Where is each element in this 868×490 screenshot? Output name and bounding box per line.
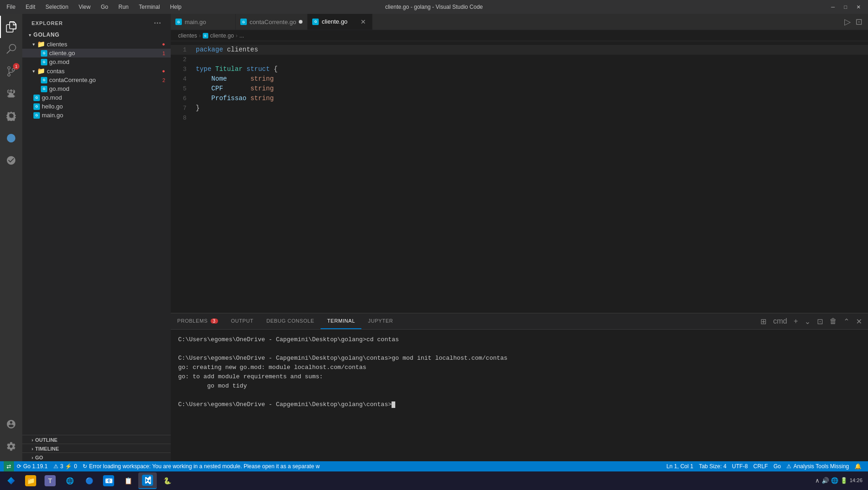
status-workspace-error[interactable]: ↻ Error loading workspace: You are worki… [80,461,322,471]
folder-clientes[interactable]: ▾ 📁 clientes ● [22,39,171,49]
svg-point-0 [7,134,15,142]
status-go-version[interactable]: ⟳ Go 1.19.1 [14,461,51,471]
taskbar-explorer[interactable]: 📁 [21,472,40,489]
systray[interactable]: ∧ 🔊 🌐 🔋 [815,477,848,484]
tab-debug-console[interactable]: DEBUG CONSOLE [260,313,321,329]
trash-icon[interactable]: 🗑 [827,316,839,327]
taskbar-chrome[interactable]: 🔵 [80,472,98,489]
file-contaCorrente.go[interactable]: G contaCorrente.go 2 [22,76,171,84]
sidebar-actions[interactable]: ⋯ [154,19,161,27]
minimize-button[interactable]: ─ [829,3,838,11]
tab-output[interactable]: OUTPUT [225,313,260,329]
activity-extensions[interactable] [0,105,22,127]
folder-contas-error: ● [162,68,165,74]
status-encoding[interactable]: UTF-8 [729,461,751,471]
run-icon[interactable]: ▷ [842,16,853,28]
taskbar-clock[interactable]: 14:26 [849,477,862,484]
start-button[interactable] [2,472,20,489]
activity-explorer[interactable] [0,16,22,38]
warning-count: 0 [74,463,77,470]
status-eol[interactable]: CRLF [751,461,771,471]
file-go.mod-clientes[interactable]: G go.mod [22,57,171,66]
status-analysis[interactable]: ⚠ Analysis Tools Missing [784,461,852,471]
breadcrumb: clientes › G cliente.go › ... [171,30,868,41]
tab-contaCorrente-label: contaCorrente.go [250,19,296,25]
menu-go[interactable]: Go [99,3,110,11]
maximize-panel-icon[interactable]: ⌃ [841,316,852,327]
menu-bar[interactable]: File Edit Selection View Go Run Terminal… [5,3,183,11]
terminal-actions[interactable]: ⊞ cmd + ⌄ ⊡ 🗑 ⌃ ✕ [758,313,868,329]
window-controls[interactable]: ─ □ ✕ [829,3,863,11]
file-go.mod-contas[interactable]: G go.mod [22,84,171,93]
panel-icon[interactable]: ⊡ [815,316,825,327]
tab-main.go[interactable]: G main.go [171,14,236,30]
systray-battery[interactable]: 🔋 [840,477,848,484]
file-main.go[interactable]: G main.go [22,111,171,120]
activity-settings[interactable] [0,435,22,458]
tab-contaCorrente.go[interactable]: G contaCorrente.go [236,14,308,30]
go-icon-tab3: G [312,19,319,25]
split-terminal-icon[interactable]: ⌄ [802,316,813,327]
new-terminal-icon[interactable]: + [791,316,800,327]
file-go.mod-root[interactable]: G go.mod [22,93,171,102]
menu-terminal[interactable]: Terminal [137,3,161,11]
tab-jupyter[interactable]: JUPYTER [361,313,399,329]
folder-contas[interactable]: ▾ 📁 contas ● [22,66,171,76]
taskbar-teams[interactable]: T [41,472,59,489]
close-panel-icon[interactable]: ✕ [854,316,864,327]
activity-python[interactable] [0,127,22,149]
breadcrumb-more[interactable]: ... [239,32,244,39]
taskbar-python[interactable]: 🐍 [158,472,176,489]
status-remote[interactable]: ⇄ [4,461,14,471]
section-timeline[interactable]: › TIMELINE [22,444,171,452]
status-errors[interactable]: ⚠ 3 ⚡ 0 [51,461,80,471]
go-file-icon-2: G [41,59,47,65]
menu-edit[interactable]: Edit [24,3,37,11]
taskbar-outlook[interactable]: 📧 [99,472,118,489]
activity-source-control[interactable]: 1 [0,60,22,83]
menu-view[interactable]: View [77,3,92,11]
analysis-label: Analysis Tools Missing [793,463,849,470]
section-outline[interactable]: › OUTLINE [22,435,171,444]
systray-network[interactable]: 🌐 [831,477,838,484]
editor-actions[interactable]: ▷ ⊡ [842,14,868,30]
status-position[interactable]: Ln 1, Col 1 [663,461,696,471]
tree-root[interactable]: ▾ GOLANG [22,30,171,39]
section-go[interactable]: › GO [22,452,171,461]
breadcrumb-clientes[interactable]: clientes [178,32,197,39]
close-button[interactable]: ✕ [854,3,863,11]
file-cliente.go[interactable]: G cliente.go 1 [22,49,171,57]
tab-close-button[interactable]: ✕ [359,18,367,26]
menu-selection[interactable]: Selection [44,3,70,11]
activity-remote[interactable] [0,149,22,172]
outline-label: OUTLINE [35,437,58,443]
code-editor[interactable]: 1 package clientes 2 3 type Titular stru… [171,41,868,313]
activity-search[interactable] [0,38,22,60]
status-notifications[interactable]: 🔔 [852,461,864,471]
systray-arrow[interactable]: ∧ [815,477,820,484]
activity-run-debug[interactable] [0,83,22,105]
taskbar-vscode[interactable] [138,472,157,489]
terminal-line-5: go: to add module requirements and sums: [178,372,861,382]
status-tabsize[interactable]: Tab Size: 4 [696,461,729,471]
menu-run[interactable]: Run [116,3,130,11]
error-icon: ⚠ [53,463,58,470]
file-hello.go[interactable]: G hello.go [22,102,171,111]
breadcrumb-file[interactable]: cliente.go [210,32,234,39]
menu-help[interactable]: Help [168,3,184,11]
status-language[interactable]: Go [771,461,784,471]
systray-sound[interactable]: 🔊 [822,477,829,484]
terminal-area: PROBLEMS 3 OUTPUT DEBUG CONSOLE TERMINAL… [171,313,868,461]
go-file-icon-7: G [33,112,40,119]
taskbar-teams2[interactable]: 📋 [119,472,137,489]
activity-accounts[interactable] [0,413,22,435]
split-editor-icon[interactable]: ⊡ [854,16,864,28]
new-file-icon[interactable]: ⋯ [154,19,161,27]
terminal-body[interactable]: C:\Users\egomes\OneDrive - Capgemini\Des… [171,330,868,461]
maximize-button[interactable]: □ [841,3,850,11]
tab-problems[interactable]: PROBLEMS 3 [171,313,225,329]
taskbar-browser[interactable]: 🌐 [60,472,79,489]
tab-terminal[interactable]: TERMINAL [321,313,361,329]
tab-cliente.go[interactable]: G cliente.go ✕ [308,14,373,30]
menu-file[interactable]: File [5,3,17,11]
